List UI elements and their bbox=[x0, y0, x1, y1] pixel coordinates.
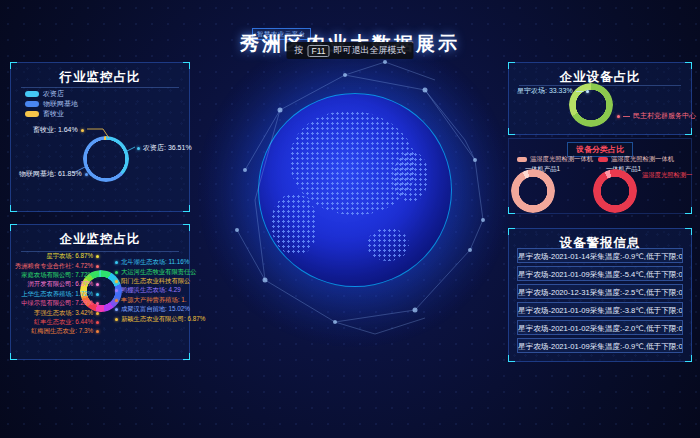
label-dot bbox=[137, 147, 140, 150]
chart-label: 大运河生态牧业有限责任公 bbox=[115, 267, 205, 276]
chart-label: 鸭棚浜生态农场: 4.29 bbox=[115, 286, 205, 295]
enterprise-labels-left: 星宇农场: 6.87% 秀洲粮食专业合作社: 4.72% 家庭农场有限公司: 7… bbox=[13, 252, 99, 337]
alarm-row: 星宇农场-2020-12-31采集温度:-2.5℃,低于下限:0℃ bbox=[517, 284, 683, 299]
chart-legend[interactable]: 温湿度光照检测一体机 bbox=[598, 155, 674, 164]
label-dot bbox=[115, 280, 118, 283]
chart-label: 上华生态农养殖场: 1.72% bbox=[13, 290, 99, 299]
label-dot bbox=[96, 255, 99, 258]
hint-suffix: 即可退出全屏模式 bbox=[334, 44, 406, 57]
corner-accent bbox=[685, 128, 692, 135]
legend-swatch bbox=[517, 157, 527, 162]
alarm-row: 星宇农场-2021-01-09采集温度:-3.8℃,低于下限:0℃ bbox=[517, 302, 683, 317]
chart-label: 丰源大产种营养殖场: 1. bbox=[115, 296, 205, 305]
legend-label: 温湿度光照检测一体机 bbox=[530, 155, 593, 164]
panel-device-ratio: 企业设备占比 星宇农场: 33.33% 民主村党群服务中心 bbox=[508, 62, 692, 135]
label-dot bbox=[115, 271, 118, 274]
chart-label: 中绿示范有限公司: 7.29% bbox=[13, 299, 99, 308]
corner-accent bbox=[685, 355, 692, 362]
globe-continent bbox=[367, 228, 409, 261]
corner-accent bbox=[685, 207, 692, 214]
corner-accent bbox=[508, 62, 515, 69]
callout-lines bbox=[11, 63, 191, 213]
chart-label: 阳门生态农业科技有限公 bbox=[115, 277, 205, 286]
corner-accent bbox=[685, 228, 692, 235]
chart-label: 新颖生态农业有限公司: 6.87% bbox=[115, 314, 205, 323]
chart-label: 红梅园生态农业: 7.3% bbox=[13, 327, 99, 336]
label-dot bbox=[96, 274, 99, 277]
class-donut-left[interactable] bbox=[511, 169, 555, 213]
corner-accent bbox=[10, 224, 17, 231]
chart-callout: 温湿度光照检测一 bbox=[642, 171, 692, 180]
globe-continent bbox=[271, 194, 317, 255]
class-donut-right[interactable] bbox=[593, 169, 637, 213]
chart-label: 红丰生态农业: 6.44% bbox=[13, 318, 99, 327]
panel-title: 企业设备占比 bbox=[509, 69, 691, 86]
label-dot bbox=[115, 289, 118, 292]
leader-line bbox=[576, 91, 583, 92]
panel-industry-ratio: 行业监控占比 农资店 物联网基地 畜牧业 畜牧业: 1.64% 农资店: 36.… bbox=[10, 62, 190, 212]
label-dot bbox=[617, 115, 620, 118]
chart-label: 成聚汉富自留地: 15.02% bbox=[115, 305, 205, 314]
alarm-row: 星宇农场-2021-01-09采集温度:-0.9℃,低于下限:0℃ bbox=[517, 338, 683, 353]
chart-callout: 民主村党群服务中心 bbox=[617, 111, 696, 121]
alarm-row: 星宇农场-2021-01-14采集温度:-0.9℃,低于下限:0℃ bbox=[517, 248, 683, 263]
chart-label: 秀洲粮食专业合作社: 4.72% bbox=[13, 261, 99, 270]
chart-callout: 星宇农场: 33.33% bbox=[517, 86, 589, 96]
corner-accent bbox=[508, 228, 515, 235]
chart-label: 星宇农场: 6.87% bbox=[13, 252, 99, 261]
panel-title: 企业监控占比 bbox=[11, 231, 189, 248]
alarm-row: 星宇农场-2021-01-09采集温度:-5.4℃,低于下限:0℃ bbox=[517, 266, 683, 281]
hint-prefix: 按 bbox=[294, 44, 303, 57]
dashboard: 智慧农业云平台 秀洲区农业大数据展示 按 F11 即可退出全屏模式 行业监控占比… bbox=[0, 0, 700, 438]
label-dot bbox=[96, 283, 99, 286]
corner-accent bbox=[10, 353, 17, 360]
panel-enterprise-ratio: 企业监控占比 星宇农场: 6.87% 秀洲粮食专业合作社: 4.72% 家庭农场… bbox=[10, 224, 190, 360]
corner-accent bbox=[183, 353, 190, 360]
label-dot bbox=[85, 173, 88, 176]
enterprise-labels-right: 北斗湖生态农场: 11.16% 大运河生态牧业有限责任公 阳门生态农业科技有限公… bbox=[115, 258, 205, 324]
label-dot bbox=[96, 321, 99, 324]
chart-callout: 物联网基地: 61.85% bbox=[19, 169, 88, 179]
globe-visualization bbox=[258, 93, 452, 287]
label-dot bbox=[115, 308, 118, 311]
globe-continent bbox=[393, 152, 428, 202]
panel-device-classification: 设备分类占比 温湿度光照检测一体机 一体机产品1 温湿度光照检测一体机 一体机产… bbox=[508, 138, 692, 214]
label-dot bbox=[115, 318, 118, 321]
chart-label: 润开发有限公司: 6.87% bbox=[13, 280, 99, 289]
chart-label: 北斗湖生态农场: 11.16% bbox=[115, 258, 205, 267]
fullscreen-hint: 按 F11 即可退出全屏模式 bbox=[286, 42, 413, 59]
legend-swatch bbox=[598, 157, 608, 162]
chart-label: 家庭农场有限公司: 7.72% bbox=[13, 271, 99, 280]
label-dot bbox=[96, 293, 99, 296]
f11-keycap: F11 bbox=[307, 45, 329, 57]
corner-accent bbox=[183, 224, 190, 231]
label-dot bbox=[96, 312, 99, 315]
label-dot bbox=[96, 302, 99, 305]
chart-callout: 畜牧业: 1.64% bbox=[33, 125, 84, 135]
corner-accent bbox=[685, 62, 692, 69]
leader-line bbox=[623, 116, 630, 117]
chart-callout: 农资店: 36.51% bbox=[137, 143, 192, 153]
corner-accent bbox=[508, 207, 515, 214]
label-dot bbox=[96, 265, 99, 268]
alarm-row: 星宇农场-2021-01-02采集温度:-2.0℃,低于下限:0℃ bbox=[517, 320, 683, 335]
corner-accent bbox=[508, 128, 515, 135]
label-dot bbox=[81, 129, 84, 132]
legend-label: 温湿度光照检测一体机 bbox=[611, 155, 674, 164]
label-dot bbox=[586, 90, 589, 93]
label-dot bbox=[115, 261, 118, 264]
panel-device-alarms: 设备警报信息 星宇农场-2021-01-14采集温度:-0.9℃,低于下限:0℃… bbox=[508, 228, 692, 362]
label-dot bbox=[96, 330, 99, 333]
chart-legend[interactable]: 温湿度光照检测一体机 bbox=[517, 155, 593, 164]
corner-accent bbox=[508, 355, 515, 362]
chart-label: 李强生态农场: 3.42% bbox=[13, 308, 99, 317]
label-dot bbox=[115, 299, 118, 302]
alarm-list: 星宇农场-2021-01-14采集温度:-0.9℃,低于下限:0℃ 星宇农场-2… bbox=[517, 248, 683, 356]
